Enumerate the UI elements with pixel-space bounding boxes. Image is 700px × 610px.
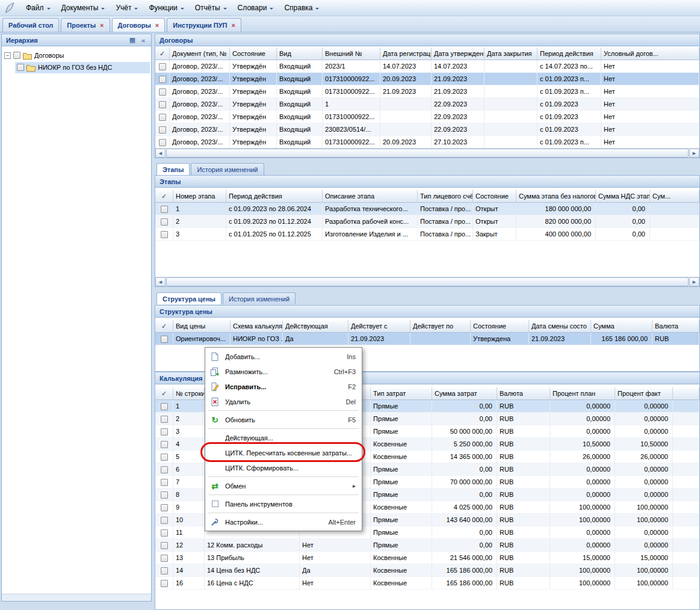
column-header[interactable]: Дата регистрации <box>380 48 432 60</box>
table-row[interactable]: Договор, 2023/... Утверждён Входящий 230… <box>155 123 699 136</box>
tab-instructions[interactable]: Инструкции ПУП× <box>167 18 241 32</box>
column-header[interactable]: Состояние <box>230 48 277 60</box>
row-checkbox[interactable] <box>161 542 168 549</box>
tab-price-history[interactable]: История изменений <box>223 292 296 304</box>
row-checkbox[interactable] <box>161 580 168 587</box>
row-checkbox[interactable] <box>161 529 168 537</box>
column-header[interactable]: Сумма НДС этапа <box>596 190 650 203</box>
row-checkbox[interactable] <box>159 101 166 108</box>
column-header[interactable]: Условный догов... <box>601 48 699 60</box>
node-checkbox[interactable] <box>13 52 20 59</box>
context-menu-item-citk-generate[interactable]: ЦИТК. Сформировать... <box>206 460 361 475</box>
scrollbar-thumb[interactable] <box>166 149 689 158</box>
context-menu-item-citk-recalculate[interactable]: ЦИТК. Пересчитать косвенные затраты... <box>206 445 361 460</box>
table-row[interactable]: Договор, 2023/... Утверждён Входящий 017… <box>155 73 699 85</box>
tab-contracts[interactable]: Договоры× <box>112 18 166 32</box>
table-row[interactable]: 12 12 Комм. расходы Нет Прямые 0,00 RUB … <box>155 539 699 552</box>
menu-dictionaries[interactable]: Словари <box>232 1 279 15</box>
context-menu-item-exchange[interactable]: ⇄ Обмен ▸ <box>206 478 361 493</box>
close-icon[interactable]: × <box>100 22 104 29</box>
column-header[interactable]: Процент факт <box>615 387 673 400</box>
collapse-panel-icon[interactable]: « <box>138 35 149 45</box>
row-checkbox[interactable] <box>161 479 168 486</box>
context-menu-item-add[interactable]: Добавить...Ins <box>206 349 361 364</box>
column-header[interactable]: Валюта <box>497 387 550 400</box>
column-header[interactable]: Период действия <box>537 48 601 60</box>
scroll-right-button[interactable]: ▶ <box>689 277 699 286</box>
context-menu-item-refresh[interactable]: ↻ ОбновитьF5 <box>206 412 361 427</box>
menu-help[interactable]: Справка <box>279 1 324 15</box>
column-header[interactable]: Период действия <box>226 190 323 203</box>
row-checkbox[interactable] <box>161 491 168 499</box>
table-row[interactable]: 16 16 Цена с НДС Нет Косвенные 165 186 0… <box>155 577 699 590</box>
table-row[interactable]: Ориентировоч... НИОКР по ГОЗ ... Да 21.0… <box>155 333 699 345</box>
column-header[interactable]: № строки <box>173 387 205 400</box>
row-checkbox[interactable] <box>161 206 168 213</box>
table-row[interactable]: Договор, 2023/... Утверждён Входящий 017… <box>155 111 699 123</box>
menu-functions[interactable]: Функции <box>143 1 189 15</box>
menu-reports[interactable]: Отчёты <box>190 1 232 15</box>
context-menu-item-settings[interactable]: Настройки...Alt+Enter <box>206 514 361 529</box>
row-checkbox[interactable] <box>159 139 166 146</box>
table-row[interactable]: Договор, 2023/... Утверждён Входящий 017… <box>155 136 699 148</box>
column-header[interactable]: Сум... <box>650 190 699 203</box>
column-header[interactable]: Валюта <box>652 320 699 333</box>
select-all-header[interactable]: ✓ <box>155 48 170 60</box>
column-header[interactable]: Процент план <box>550 387 615 400</box>
select-all-header[interactable]: ✓ <box>155 190 173 203</box>
context-menu-item-duplicate[interactable]: Размножить...Ctrl+F3 <box>206 364 361 379</box>
row-checkbox[interactable] <box>161 336 168 343</box>
select-all-header[interactable]: ✓ <box>155 320 173 333</box>
tree-node-niokr[interactable]: НИОКР по ГОЗ без НДС <box>3 61 150 73</box>
column-header[interactable]: Схема калькуляци <box>231 320 283 333</box>
column-header[interactable]: Номер этапа <box>173 190 226 203</box>
close-icon[interactable]: × <box>155 22 159 29</box>
context-menu-item-acting[interactable]: Действующая... <box>206 430 361 445</box>
context-menu-item-delete[interactable]: УдалитьDel <box>206 394 361 409</box>
column-header[interactable]: Тип затрат <box>371 387 432 400</box>
node-checkbox[interactable] <box>17 64 24 71</box>
row-checkbox[interactable] <box>161 441 168 448</box>
column-header[interactable]: Описание этапа <box>323 190 418 203</box>
column-header[interactable]: Сумма <box>591 320 652 333</box>
close-icon[interactable]: × <box>232 22 235 29</box>
grid-view-icon[interactable]: ▦ <box>127 35 138 45</box>
row-checkbox[interactable] <box>161 231 168 238</box>
horizontal-scrollbar[interactable]: ◀ ▶ <box>155 148 699 158</box>
collapse-node-icon[interactable]: − <box>4 52 11 59</box>
column-header[interactable]: Документ (тип, № <box>170 48 230 60</box>
column-header[interactable]: Сумма этапа без налогов <box>516 190 596 203</box>
row-checkbox[interactable] <box>159 76 166 83</box>
table-row[interactable]: 2 с 01.09.2023 по 01.12.2024 Разработка … <box>155 215 699 228</box>
row-checkbox[interactable] <box>161 454 168 461</box>
column-header[interactable]: Вид <box>277 48 323 60</box>
column-header[interactable]: Дата смены состо <box>529 320 591 333</box>
scroll-left-button[interactable]: ◀ <box>155 149 166 158</box>
column-header[interactable]: Сумма затрат <box>432 387 497 400</box>
column-header[interactable]: Действует по <box>410 320 471 333</box>
table-row[interactable]: 13 13 Прибыль Нет Косвенные 21 546 000,0… <box>155 552 699 564</box>
row-checkbox[interactable] <box>161 416 168 423</box>
row-checkbox[interactable] <box>161 218 168 226</box>
row-checkbox[interactable] <box>159 88 166 96</box>
row-checkbox[interactable] <box>161 403 168 410</box>
menu-file[interactable]: Файл <box>20 1 56 15</box>
menu-documents[interactable]: Документы <box>56 1 111 15</box>
tab-stages[interactable]: Этапы <box>156 163 190 175</box>
horizontal-scrollbar[interactable]: ◀ ▶ <box>155 277 699 286</box>
row-checkbox[interactable] <box>161 567 168 575</box>
column-header[interactable]: Состояние <box>471 320 529 333</box>
row-checkbox[interactable] <box>161 466 168 473</box>
row-checkbox[interactable] <box>159 126 166 134</box>
scroll-left-button[interactable]: ◀ <box>155 277 166 286</box>
row-checkbox[interactable] <box>159 63 166 70</box>
context-menu-item-edit[interactable]: Исправить...F2 <box>206 379 361 394</box>
scroll-right-button[interactable]: ▶ <box>689 149 699 158</box>
table-row[interactable]: Договор, 2023/... Утверждён Входящий 1 2… <box>155 98 699 111</box>
row-checkbox[interactable] <box>161 555 168 562</box>
table-row[interactable]: 14 14 Цена без НДС Да Косвенные 165 186 … <box>155 564 699 577</box>
tree-horizontal-scrollbar[interactable] <box>2 594 151 601</box>
select-all-header[interactable]: ✓ <box>155 387 173 400</box>
column-header[interactable]: Тип лицевого счёт <box>418 190 473 203</box>
column-header[interactable]: Дата закрытия <box>485 48 537 60</box>
